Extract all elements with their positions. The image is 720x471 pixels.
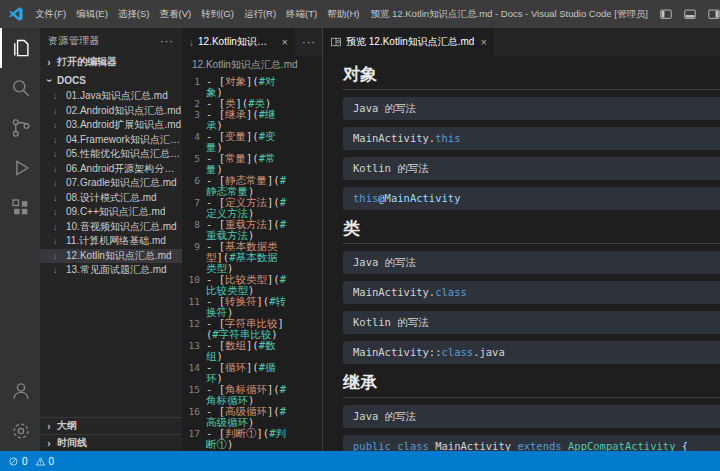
source-line[interactable]: 9- [基本数据类型](#基本数据类型) [182, 241, 322, 274]
file-row[interactable]: ↓03.Android扩展知识点.md [40, 118, 182, 133]
section-folder-docs[interactable]: › DOCS [40, 71, 182, 89]
code-text: Java 的写法 [353, 256, 416, 268]
section-timeline[interactable]: › 时间线 [40, 434, 182, 451]
activitybar-account[interactable] [0, 371, 40, 411]
problems-indicator[interactable]: 0 0 [8, 456, 54, 467]
section-outline[interactable]: › 大纲 [40, 417, 182, 434]
file-row[interactable]: ↓06.Android开源架构分析.md [40, 162, 182, 177]
source-lines[interactable]: 1- [对象](#对象)2- [类](#类)3- [继承](#继承)4- [变量… [182, 74, 322, 451]
code-block: MainActivity.class [343, 281, 720, 304]
code-block: public class MainActivity extends AppCom… [343, 435, 720, 451]
gear-icon [10, 420, 32, 442]
breadcrumb-item[interactable]: 12.Kotlin知识点汇总.md [192, 58, 298, 72]
layout-sidebar-left-icon[interactable] [654, 0, 678, 28]
line-text: - [重载方法](#重载方法) [206, 219, 286, 241]
md-punctuation: ]( [246, 108, 259, 120]
editor-more-actions-icon[interactable]: ··· [296, 28, 322, 56]
code-text: { [675, 440, 688, 451]
file-row[interactable]: ↓08.设计模式汇总.md [40, 191, 182, 206]
source-line[interactable]: 5- [常量](#常量) [182, 153, 322, 175]
files-icon [10, 37, 32, 59]
error-count: 0 [22, 456, 28, 467]
file-row[interactable]: ↓02.Android知识点汇总.md [40, 104, 182, 119]
layout-panel-icon[interactable] [678, 0, 702, 28]
source-line[interactable]: 13- [数组](#数组) [182, 340, 322, 362]
activitybar-settings[interactable] [0, 411, 40, 451]
line-text: - [字符串比较](#字符串比较) [206, 318, 286, 340]
code-text: this [435, 132, 460, 144]
file-row[interactable]: ↓09.C++知识点汇总.md [40, 205, 182, 220]
markdown-file-icon: ↓ [53, 135, 62, 145]
file-row[interactable]: ↓13.常见面试题汇总.md [40, 263, 182, 278]
code-text: MainActivity. [353, 286, 435, 298]
layout-sidebar-right-icon[interactable] [702, 0, 720, 28]
menu-item[interactable]: 选择(S) [113, 5, 155, 24]
chevron-down-icon: › [44, 75, 55, 85]
source-line[interactable]: 10- [比较类型](#比较类型) [182, 274, 322, 296]
breadcrumb[interactable]: 12.Kotlin知识点汇总.md [182, 56, 322, 74]
title-bar: 文件(F)编辑(E)选择(S)查看(V)转到(G)运行(R)终端(T)帮助(H)… [0, 0, 720, 28]
line-text: - [变量](#变量) [206, 131, 286, 153]
menu-item[interactable]: 帮助(H) [322, 5, 364, 24]
source-line[interactable]: 14- [循环](#循环) [182, 362, 322, 384]
window-title: 预览 12.Kotlin知识点汇总.md - Docs - Visual Stu… [364, 8, 654, 21]
code-text: @MainActivity [378, 192, 460, 204]
source-line[interactable]: 16- [高级循环](#高级循环) [182, 406, 322, 428]
activitybar-source-control[interactable] [0, 108, 40, 148]
source-line[interactable]: 8- [重载方法](#重载方法) [182, 219, 322, 241]
tab-close-icon[interactable]: × [282, 36, 288, 48]
menu-item[interactable]: 编辑(E) [71, 5, 113, 24]
source-line[interactable]: 17- [判断①](#判断①) [182, 428, 322, 450]
editor-group-preview: 预览 12.Kotlin知识点汇总.md × 对象Java 的写法MainAct… [322, 28, 720, 451]
file-row[interactable]: ↓10.音视频知识点汇总.md [40, 220, 182, 235]
activity-bar [0, 28, 40, 451]
file-list: ↓01.Java知识点汇总.md↓02.Android知识点汇总.md↓03.A… [40, 89, 182, 278]
menu-item[interactable]: 查看(V) [154, 5, 196, 24]
source-line[interactable]: 12- [字符串比较](#字符串比较) [182, 318, 322, 340]
code-block: Kotlin 的写法 [343, 157, 720, 180]
section-open-editors[interactable]: › 打开的编辑器 [40, 53, 182, 71]
markdown-file-icon: ↓ [189, 37, 194, 48]
md-punctuation: ]( [246, 130, 259, 142]
extensions-icon [10, 197, 32, 219]
file-row[interactable]: ↓05.性能优化知识点汇总.md [40, 147, 182, 162]
line-number: 15 [182, 384, 206, 406]
line-text: - [常量](#常量) [206, 153, 286, 175]
source-line[interactable]: 7- [定义方法](#定义方法) [182, 197, 322, 219]
file-row[interactable]: ↓11.计算机网络基础.md [40, 234, 182, 249]
file-row[interactable]: ↓12.Kotlin知识点汇总.md [40, 249, 182, 264]
menu-item[interactable]: 转到(G) [196, 5, 239, 24]
md-punctuation: ]( [246, 75, 259, 87]
file-name: 12.Kotlin知识点汇总.md [66, 249, 172, 263]
code-text: Java 的写法 [353, 410, 416, 422]
activitybar-extensions[interactable] [0, 188, 40, 228]
line-text: - [转换符](#转换符) [206, 296, 286, 318]
source-line[interactable]: 3- [继承](#继承) [182, 109, 322, 131]
file-row[interactable]: ↓01.Java知识点汇总.md [40, 89, 182, 104]
sidebar-more-actions-icon[interactable]: ··· [160, 35, 174, 47]
tab-markdown-preview[interactable]: 预览 12.Kotlin知识点汇总.md × [323, 28, 495, 56]
source-line[interactable]: 11- [转换符](#转换符) [182, 296, 322, 318]
line-number: 6 [182, 175, 206, 197]
sidebar-title: 资源管理器 ··· [40, 28, 182, 53]
file-row[interactable]: ↓07.Gradle知识点汇总.md [40, 176, 182, 191]
markdown-file-icon: ↓ [53, 236, 62, 246]
sidebar-explorer: 资源管理器 ··· › 打开的编辑器 › DOCS ↓01.Java知识点汇总.… [40, 28, 182, 451]
menu-item[interactable]: 终端(T) [281, 5, 322, 24]
source-line[interactable]: 4- [变量](#变量) [182, 131, 322, 153]
source-line[interactable]: 6- [静态常量](#静态常量) [182, 175, 322, 197]
sidebar-title-label: 资源管理器 [48, 34, 100, 48]
source-line[interactable]: 1- [对象](#对象) [182, 76, 322, 98]
activitybar-run-debug[interactable] [0, 148, 40, 188]
menu-item[interactable]: 运行(R) [239, 5, 281, 24]
file-row[interactable]: ↓04.Framework知识点汇总.md [40, 133, 182, 148]
tab-close-icon[interactable]: × [480, 36, 486, 48]
status-bar: 0 0 [0, 451, 720, 471]
preview-heading: 继承 [343, 371, 720, 398]
activitybar-explorer[interactable] [0, 28, 40, 68]
source-line[interactable]: 15- [角标循环](#角标循环) [182, 384, 322, 406]
tab-source-markdown[interactable]: ↓ 12.Kotlin知识点汇总.md × [182, 28, 296, 56]
line-text: - [定义方法](#定义方法) [206, 197, 286, 219]
activitybar-search[interactable] [0, 68, 40, 108]
menu-item[interactable]: 文件(F) [30, 5, 71, 24]
